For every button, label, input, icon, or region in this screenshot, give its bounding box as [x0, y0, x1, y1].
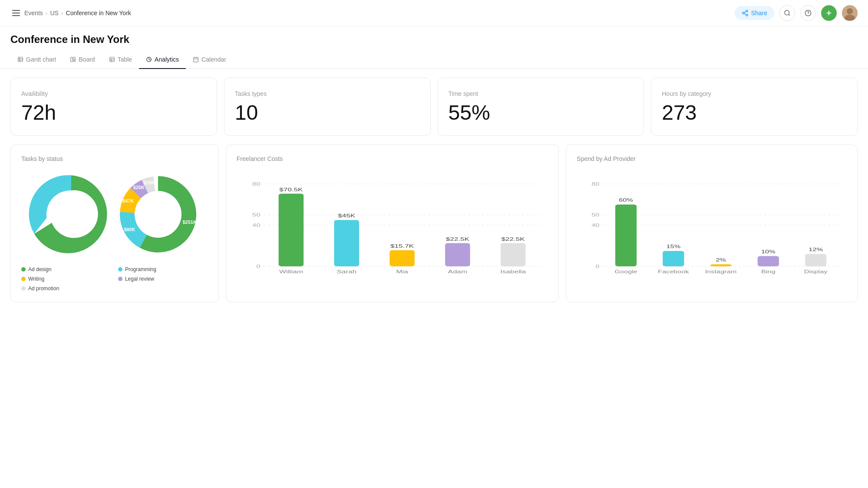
bar-display[interactable]	[805, 254, 826, 267]
bar-facebook[interactable]	[663, 251, 684, 266]
stat-card-availability: Availibility 72h	[10, 78, 217, 136]
stat-tasks-types-label: Tasks types	[235, 90, 420, 97]
help-button[interactable]	[800, 5, 816, 21]
ad-bar-svg: 040508060%Google15%Facebook2%Instagram10…	[577, 171, 847, 284]
legend-programming: Programming	[118, 266, 208, 272]
svg-line-4	[744, 11, 746, 13]
freelancer-costs-title: Freelancer Costs	[237, 155, 548, 162]
top-actions: Share	[735, 5, 858, 21]
breadcrumb: Events › US › Conference in New York	[10, 8, 131, 18]
tab-table-label: Table	[118, 56, 132, 63]
tab-analytics-label: Analytics	[155, 56, 179, 63]
bar-label-william: $70.5K	[279, 187, 303, 192]
gantt-icon	[17, 56, 23, 62]
sep2: ›	[61, 10, 63, 16]
share-label: Share	[751, 10, 767, 16]
donut-chart-wrapper: $251K$80K$47K$25K$20K	[21, 171, 208, 258]
legend-label-programming: Programming	[125, 266, 156, 272]
legend-label-writing: Writing	[28, 276, 44, 282]
tab-board-label: Board	[79, 56, 95, 63]
main-content: Availibility 72h Tasks types 10 Time spe…	[0, 69, 868, 311]
stat-card-hours-by-category: Hours by category 273	[651, 78, 858, 136]
y-label: 50	[591, 213, 599, 217]
svg-point-12	[847, 8, 853, 14]
x-label-bing: Bing	[761, 269, 776, 274]
legend-ad-design: Ad design	[21, 266, 111, 272]
search-button[interactable]	[779, 5, 795, 21]
bar-google[interactable]	[615, 205, 637, 267]
x-label-display: Display	[804, 269, 828, 274]
freelancer-costs-card: Freelancer Costs 0405080$70.5KWilliam$45…	[226, 144, 559, 302]
analytics-icon	[146, 56, 152, 62]
tab-calendar[interactable]: Calendar	[186, 51, 233, 69]
breadcrumb-events[interactable]: Events	[24, 10, 43, 16]
legend-label-ad-promotion: Ad promotion	[28, 285, 59, 291]
add-button[interactable]	[821, 5, 837, 21]
tab-calendar-label: Calendar	[201, 56, 226, 63]
help-icon	[805, 10, 812, 16]
legend-dot-ad-promotion	[21, 286, 26, 291]
bar-isabella[interactable]	[501, 243, 526, 266]
bar-bing[interactable]	[758, 256, 779, 266]
share-button[interactable]: Share	[735, 6, 774, 20]
legend-dot-programming	[118, 267, 122, 272]
donut-label-0: $251K	[182, 219, 196, 225]
x-label-google: Google	[615, 269, 638, 274]
stat-time-spent-value: 55%	[449, 102, 634, 123]
breadcrumb-us[interactable]: US	[50, 10, 58, 16]
tab-board[interactable]: Board	[63, 51, 102, 69]
tab-table[interactable]: Table	[102, 51, 139, 69]
table-icon	[109, 56, 115, 62]
bar-adam[interactable]	[445, 243, 470, 266]
stat-card-time-spent: Time spent 55%	[438, 78, 644, 136]
tasks-by-status-title: Tasks by status	[21, 155, 208, 162]
bar-label-adam: $22.5K	[446, 236, 470, 241]
bar-mia[interactable]	[389, 250, 415, 266]
freelancer-bar-svg: 0405080$70.5KWilliam$45KSarah$15.7KMia$2…	[237, 171, 548, 284]
donut-legend: Ad design Programming Writing Legal revi…	[21, 266, 208, 291]
bar-instagram[interactable]	[710, 264, 732, 266]
chart-row: Tasks by status $251K$80K$47K$25K$20K	[10, 144, 858, 302]
calendar-icon	[193, 56, 199, 62]
stat-availability-value: 72h	[21, 102, 206, 123]
tab-analytics[interactable]: Analytics	[139, 51, 186, 69]
bar-label-isabella: $22.5K	[501, 236, 525, 241]
legend-dot-legal-review	[118, 277, 122, 281]
tab-gantt-chart[interactable]: Gantt chart	[10, 51, 63, 69]
donut-label-4: $20K	[143, 180, 155, 185]
svg-rect-21	[109, 57, 114, 62]
svg-point-2	[746, 14, 748, 16]
sep1: ›	[46, 10, 48, 16]
x-label-sarah: Sarah	[337, 269, 356, 274]
donut-label-2: $47K	[122, 198, 134, 203]
bar-label-google: 60%	[619, 198, 634, 203]
avatar[interactable]	[842, 5, 858, 21]
legend-legal-review: Legal review	[118, 276, 208, 282]
search-icon	[784, 10, 791, 16]
x-label-william: William	[279, 269, 303, 274]
plus-icon	[825, 9, 833, 17]
y-label: 80	[591, 182, 599, 187]
bar-label-instagram: 2%	[716, 258, 726, 262]
svg-rect-20	[73, 60, 75, 62]
menu-icon[interactable]	[10, 8, 22, 18]
svg-rect-19	[73, 57, 75, 60]
bar-william[interactable]	[278, 194, 304, 266]
stat-cards: Availibility 72h Tasks types 10 Time spe…	[10, 78, 858, 136]
stat-time-spent-label: Time spent	[449, 90, 634, 97]
freelancer-costs-chart: 0405080$70.5KWilliam$45KSarah$15.7KMia$2…	[237, 171, 548, 284]
page-title: Conference in New York	[0, 26, 868, 46]
avatar-image	[842, 5, 858, 21]
y-label: 40	[591, 223, 599, 228]
svg-point-1	[743, 12, 744, 14]
bar-sarah[interactable]	[334, 220, 359, 266]
x-label-adam: Adam	[448, 269, 467, 274]
donut-chart-real: $251K$80K$47K$25K$20K	[115, 171, 201, 258]
y-label: 80	[252, 182, 260, 187]
legend-dot-writing	[21, 277, 26, 281]
bar-label-display: 12%	[809, 248, 823, 252]
spend-by-ad-title: Spend by Ad Provider	[577, 155, 847, 162]
y-label: 40	[252, 223, 260, 228]
spend-by-ad-card: Spend by Ad Provider 040508060%Google15%…	[566, 144, 858, 302]
stat-card-tasks-types: Tasks types 10	[224, 78, 431, 136]
